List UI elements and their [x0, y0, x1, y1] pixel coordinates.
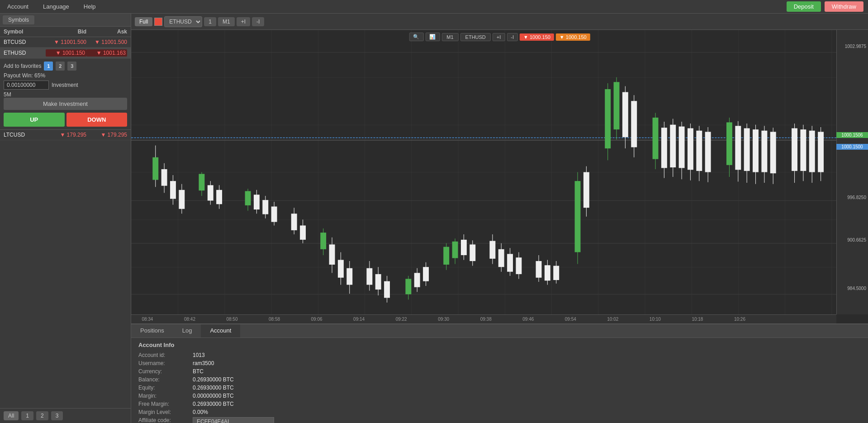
affiliate-input[interactable] [193, 417, 274, 423]
withdraw-button[interactable]: Withdraw [825, 1, 863, 12]
deposit-button[interactable]: Deposit [787, 1, 821, 12]
symbol-row-btcusd[interactable]: BTCUSD ▼ 11001.500 ▼ 11001.500 [0, 37, 131, 48]
time-label-10: 09:54 [565, 317, 576, 322]
svg-rect-27 [262, 200, 268, 214]
info-row-account-id: Account id: 1013 [138, 352, 861, 358]
price-label-3: 996.8250 [847, 195, 866, 200]
time-label-13: 10:18 [692, 317, 703, 322]
symbols-tab-bar: Symbols [0, 14, 131, 27]
investment-input[interactable] [4, 81, 49, 90]
time-label-7: 09:30 [438, 317, 449, 322]
svg-rect-29 [271, 207, 277, 222]
svg-rect-53 [423, 267, 429, 281]
svg-rect-97 [688, 128, 693, 170]
menu-language[interactable]: Language [40, 1, 72, 12]
chart-toolbar: Full ETHUSD BTCUSD LTCUSD 1 M1 +I -I [131, 14, 868, 30]
svg-rect-85 [622, 92, 628, 138]
svg-rect-81 [605, 89, 611, 148]
time-label-2: 08:50 [226, 317, 237, 322]
fav-btn-1[interactable]: 1 [44, 62, 53, 71]
menu-account[interactable]: Account [5, 1, 31, 12]
svg-rect-37 [329, 244, 335, 265]
full-button[interactable]: Full [135, 17, 152, 26]
svg-rect-55 [443, 247, 449, 265]
tf-plus-button[interactable]: +I [237, 17, 250, 26]
svg-rect-107 [744, 128, 750, 171]
svg-rect-83 [614, 82, 620, 129]
svg-rect-65 [498, 249, 504, 267]
btcusd-bid: ▼ 11001.500 [46, 39, 86, 45]
svg-rect-111 [761, 131, 767, 172]
svg-rect-109 [753, 129, 759, 172]
svg-rect-31 [291, 214, 297, 230]
svg-rect-51 [414, 273, 420, 287]
down-button[interactable]: DOWN [66, 113, 128, 127]
svg-rect-11 [161, 169, 167, 186]
chart-m1-label: M1 [441, 33, 458, 41]
fav-btn-2[interactable]: 2 [56, 62, 65, 71]
svg-rect-49 [405, 279, 411, 294]
svg-rect-35 [320, 233, 326, 249]
svg-rect-1 [131, 30, 836, 314]
chart-magnify-btn[interactable]: 🔍 [409, 33, 423, 41]
up-button[interactable]: UP [4, 113, 65, 127]
tab-log[interactable]: Log [173, 324, 201, 337]
bottom-tab-bar: Positions Log Account [131, 324, 868, 338]
tab-positions[interactable]: Positions [131, 324, 173, 337]
add-to-favorites-label: Add to favorites [4, 63, 41, 69]
ethusd-bid: ▼ 1001.150 [46, 49, 86, 57]
svg-rect-19 [208, 185, 213, 200]
tab-1[interactable]: 1 [21, 411, 33, 420]
svg-rect-75 [553, 266, 559, 280]
ethusd-symbol: ETHUSD [4, 50, 46, 56]
time-label-9: 09:46 [522, 317, 534, 322]
color-indicator[interactable] [154, 18, 162, 26]
fav-btn-3[interactable]: 3 [67, 62, 76, 71]
tf-m1-button[interactable]: M1 [218, 17, 235, 26]
svg-rect-13 [170, 181, 176, 199]
svg-rect-119 [809, 131, 815, 172]
time-label-12: 10:10 [650, 317, 661, 322]
chart-minus-i-btn[interactable]: -I [507, 33, 518, 41]
menu-help[interactable]: Help [81, 1, 99, 12]
svg-rect-41 [346, 268, 352, 285]
time-label-11: 10:02 [607, 317, 618, 322]
make-investment-button[interactable]: Make Investment [4, 98, 127, 110]
tab-3[interactable]: 3 [51, 411, 63, 420]
investment-row: Investment [4, 81, 127, 90]
tab-account[interactable]: Account [201, 324, 240, 337]
price-label-4: 900.6625 [847, 238, 866, 242]
svg-rect-103 [726, 122, 732, 165]
symbols-tab[interactable]: Symbols [3, 15, 34, 24]
tab-2[interactable]: 2 [36, 411, 48, 420]
svg-rect-95 [679, 127, 685, 168]
info-row-margin-level: Margin Level: 0.00% [138, 409, 861, 415]
btcusd-ask: ▼ 11001.500 [86, 39, 127, 45]
symbol-select[interactable]: ETHUSD BTCUSD LTCUSD [164, 16, 202, 27]
svg-rect-45 [375, 274, 381, 290]
price-badge-2: ▼ 1000.150 [556, 33, 590, 41]
chart-plus-i-btn[interactable]: +I [493, 33, 505, 41]
investment-label: Investment [52, 82, 78, 88]
free-margin-value: 0.26930000 BTC [193, 401, 234, 407]
symbol-row-ethusd[interactable]: ETHUSD ▼ 1001.150 ▼ 1001.163 [0, 48, 131, 59]
chart-bar-btn[interactable]: 📊 [425, 33, 440, 41]
chart-inner-toolbar: 🔍 📊 M1 ETHUSD +I -I ▼ 1000.150 ▼ 1000.15… [409, 33, 590, 41]
account-id-label: Account id: [138, 352, 193, 358]
username-label: Username: [138, 360, 193, 366]
currency-label: Currency: [138, 368, 193, 375]
symbol-header: Symbol Bid Ask [0, 27, 131, 37]
balance-value: 0.26930000 BTC [193, 376, 234, 383]
svg-rect-61 [470, 244, 475, 261]
tf-1-button[interactable]: 1 [204, 17, 216, 26]
svg-rect-9 [152, 157, 158, 180]
tf-minus-button[interactable]: -I [252, 17, 264, 26]
col-symbol-header: Symbol [4, 29, 46, 35]
left-panel: Symbols Symbol Bid Ask BTCUSD ▼ 11001.50… [0, 14, 131, 423]
equity-label: Equity: [138, 385, 193, 391]
tab-all[interactable]: All [4, 411, 19, 420]
symbol-row-ltcusd[interactable]: LTCUSD ▼ 179.295 ▼ 179.295 [0, 130, 131, 140]
info-row-margin: Margin: 0.00000000 BTC [138, 393, 861, 399]
svg-rect-93 [670, 125, 676, 167]
col-ask-header: Ask [86, 29, 127, 35]
